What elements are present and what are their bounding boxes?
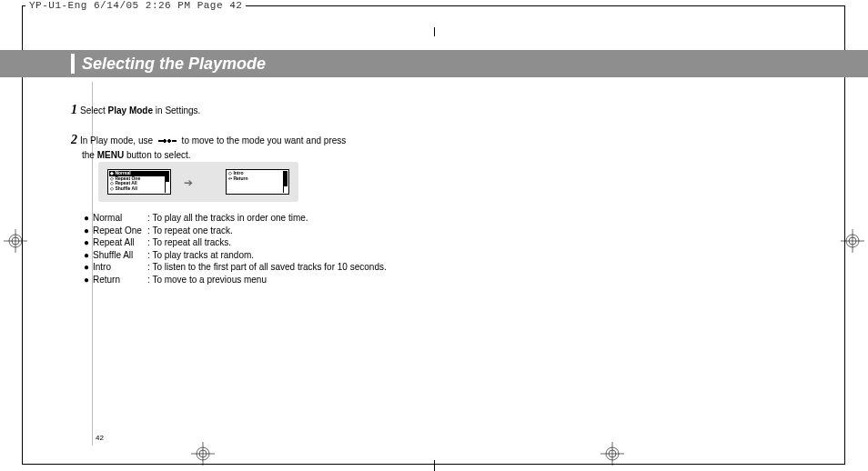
nav-control-icon xyxy=(158,135,177,148)
mode-name: Shuffle All xyxy=(93,249,147,262)
step-number: 1 xyxy=(71,103,80,116)
bullet-icon: ● xyxy=(84,212,93,225)
list-item: ● Intro : To listen to the first part of… xyxy=(84,261,484,274)
list-item: ● Return : To move to a previous menu xyxy=(84,274,484,286)
lcd-row: ◇ Shuffle All xyxy=(109,186,169,192)
bullet-icon: ● xyxy=(84,249,93,262)
bullet-icon: ● xyxy=(84,274,93,286)
step-keyword: Play Mode xyxy=(108,105,153,115)
step-2: 2In Play mode, use to move to the mode y… xyxy=(71,132,444,161)
lcd-scrollbar xyxy=(165,171,169,193)
svg-rect-5 xyxy=(172,140,177,142)
lcd-scrollbar xyxy=(283,171,288,193)
svg-rect-2 xyxy=(163,140,167,142)
mode-name: Intro xyxy=(93,261,147,274)
registration-mark-icon xyxy=(191,442,215,466)
mode-desc: : To listen to the first part of all sav… xyxy=(147,261,484,274)
bullet-icon: ● xyxy=(84,261,93,274)
title-bar: Selecting the Playmode xyxy=(0,50,868,77)
mode-desc: : To repeat one track. xyxy=(147,225,484,237)
bullet-icon: ● xyxy=(84,236,93,249)
step-text: button to select. xyxy=(124,150,190,160)
lcd-row: ⇦ Return xyxy=(227,176,288,182)
registration-mark-icon xyxy=(841,229,864,253)
mode-name: Normal xyxy=(93,212,147,225)
step-text: Select xyxy=(80,105,108,115)
mode-desc: : To play tracks at random. xyxy=(147,249,484,262)
mode-desc: : To repeat all tracks. xyxy=(147,236,484,249)
title-accent xyxy=(71,54,75,74)
step-1: 1Select Play Mode in Settings. xyxy=(71,102,444,119)
bullet-icon: ● xyxy=(84,225,93,237)
step-keyword: MENU xyxy=(97,150,124,160)
mode-name: Return xyxy=(93,274,147,286)
step-text: In Play mode, use xyxy=(80,135,156,145)
svg-rect-0 xyxy=(158,140,163,142)
step-text: in Settings. xyxy=(153,105,200,115)
list-item: ● Repeat One : To repeat one track. xyxy=(84,225,484,237)
arrow-right-icon: ➔ xyxy=(184,176,193,189)
step-text: the xyxy=(82,150,97,160)
svg-rect-4 xyxy=(167,140,171,142)
step-text: to move to the mode you want and press xyxy=(182,135,347,145)
page-title: Selecting the Playmode xyxy=(82,55,266,74)
registration-mark-icon xyxy=(4,229,27,253)
list-item: ● Normal : To play all the tracks in ord… xyxy=(84,212,484,225)
mode-desc: : To move to a previous menu xyxy=(147,274,484,286)
device-screen-illustration: ◆ Normal ◇ Repeat One ◇ Repeat All ◇ Shu… xyxy=(98,162,298,202)
mode-name: Repeat All xyxy=(93,236,147,249)
crop-tick-top xyxy=(434,27,435,36)
lcd-screen-1: ◆ Normal ◇ Repeat One ◇ Repeat All ◇ Shu… xyxy=(107,169,171,195)
print-job-header: YP-U1-Eng 6/14/05 2:26 PM Page 42 xyxy=(25,0,246,13)
page-number: 42 xyxy=(96,434,104,442)
lcd-screen-2: ◇ Intro ⇦ Return xyxy=(226,169,289,195)
list-item: ● Shuffle All : To play tracks at random… xyxy=(84,249,484,262)
registration-mark-icon xyxy=(601,442,624,466)
crop-tick-bottom xyxy=(434,460,435,471)
mode-desc: : To play all the tracks in order one ti… xyxy=(147,212,484,225)
mode-name: Repeat One xyxy=(93,225,147,237)
step-number: 2 xyxy=(71,133,80,146)
mode-description-list: ● Normal : To play all the tracks in ord… xyxy=(84,212,484,286)
list-item: ● Repeat All : To repeat all tracks. xyxy=(84,236,484,249)
